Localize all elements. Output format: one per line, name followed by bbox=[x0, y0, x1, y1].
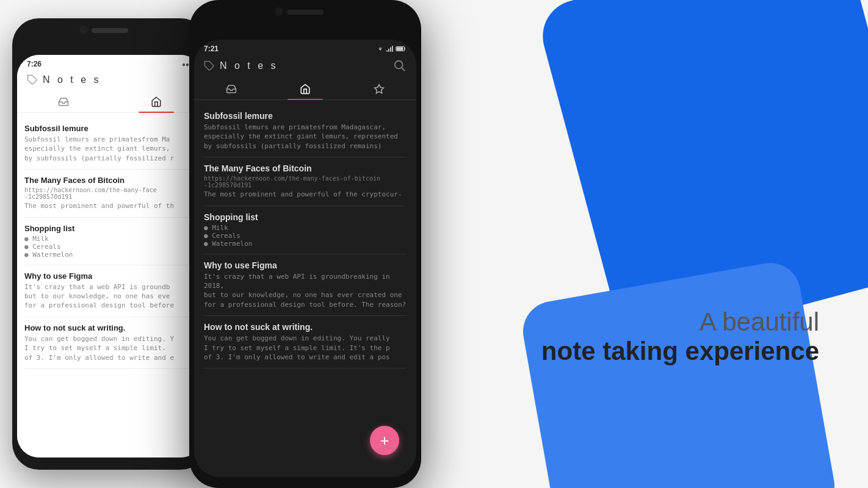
note-item-3-back[interactable]: Shopping list ● Milk ● Cereals ● Waterme… bbox=[24, 218, 195, 265]
search-icon-front[interactable] bbox=[393, 59, 407, 73]
note-item-5-front[interactable]: How to not suck at writing. You can get … bbox=[204, 316, 407, 368]
svg-rect-2 bbox=[388, 49, 389, 52]
star-icon-front bbox=[374, 84, 385, 95]
tab-home-back[interactable] bbox=[139, 93, 174, 112]
status-bar-front: 7:21 bbox=[194, 40, 416, 56]
note-title-5-back: How to not suck at writing. bbox=[24, 323, 195, 332]
tab-inbox-back[interactable] bbox=[46, 93, 81, 112]
inbox-icon-back bbox=[58, 96, 69, 107]
signal-icon bbox=[386, 46, 394, 52]
note-title-5-front: How to not suck at writing. bbox=[204, 322, 407, 332]
phone-front: 7:21 bbox=[189, 0, 421, 488]
phone-back-screen: 7:26 ●●● N o t e s bbox=[17, 55, 203, 458]
note-bullet-3-3-front: ● Watermelon bbox=[204, 240, 407, 248]
fab-button[interactable]: + bbox=[370, 426, 399, 455]
note-url-2-front: https://hackernoon.com/the-many-faces-of… bbox=[204, 175, 407, 188]
app-title-front: N o t e s bbox=[220, 60, 278, 71]
app-title-area-back: N o t e s bbox=[27, 74, 101, 85]
phone-back-speaker bbox=[92, 28, 128, 33]
note-item-1-front[interactable]: Subfossil lemure Subfossil lemurs are pr… bbox=[204, 105, 407, 157]
note-bullet-3-2-front: ● Cereals bbox=[204, 232, 407, 240]
note-preview-1-back: Subfossil lemurs are primatesfrom Maespe… bbox=[24, 135, 195, 163]
inbox-icon-front bbox=[226, 84, 237, 95]
note-title-3-front: Shopping list bbox=[204, 212, 407, 222]
note-item-2-back[interactable]: The Many Faces of Bitcoin https://hacker… bbox=[24, 170, 195, 217]
svg-point-8 bbox=[395, 61, 403, 69]
note-item-4-front[interactable]: Why to use Figma It's crazy that a web A… bbox=[204, 254, 407, 317]
note-preview-1-front: Subfossil lemurs are primatesfrom Madaga… bbox=[204, 123, 407, 151]
notes-list-front: Subfossil lemure Subfossil lemurs are pr… bbox=[194, 105, 416, 368]
tab-home-front[interactable] bbox=[288, 80, 323, 99]
tag-icon-back bbox=[27, 74, 38, 85]
tagline-line2: note taking experience bbox=[541, 337, 819, 366]
home-icon-back bbox=[151, 96, 162, 107]
tagline-line1: A beautiful bbox=[541, 307, 819, 337]
svg-rect-6 bbox=[396, 47, 403, 51]
status-time-front: 7:21 bbox=[204, 45, 219, 53]
tag-icon-front bbox=[204, 60, 215, 71]
note-preview-5-back: You can get bogged down in editing. YI t… bbox=[24, 334, 195, 362]
phone-back: 7:26 ●●● N o t e s bbox=[12, 18, 208, 470]
note-preview-2-front: The most prominent and powerful of the c… bbox=[204, 190, 407, 199]
svg-marker-10 bbox=[375, 85, 384, 93]
app-header-back: N o t e s bbox=[17, 71, 203, 90]
svg-rect-3 bbox=[390, 48, 391, 52]
note-preview-2-back: The most prominent and powerful of th bbox=[24, 201, 195, 210]
note-bullet-3-1-back: ● Milk bbox=[24, 235, 195, 243]
home-icon-front bbox=[300, 84, 311, 95]
battery-icon bbox=[396, 46, 407, 52]
phone-back-camera bbox=[79, 26, 88, 34]
svg-line-9 bbox=[402, 68, 405, 71]
app-header-front: N o t e s bbox=[194, 56, 416, 77]
note-item-1-back[interactable]: Subfossil lemure Subfossil lemurs are pr… bbox=[24, 118, 195, 170]
note-title-4-front: Why to use Figma bbox=[204, 260, 407, 270]
bg-shape-bottom bbox=[518, 258, 839, 488]
note-bullet-3-3-back: ● Watermelon bbox=[24, 251, 195, 259]
app-title-area-front: N o t e s bbox=[204, 60, 278, 71]
note-title-2-back: The Many Faces of Bitcoin bbox=[24, 176, 195, 185]
note-item-3-front[interactable]: Shopping list ● Milk ● Cereals ● Waterme… bbox=[204, 206, 407, 254]
note-bullet-3-1-front: ● Milk bbox=[204, 224, 407, 232]
note-item-2-front[interactable]: The Many Faces of Bitcoin https://hacker… bbox=[204, 157, 407, 206]
phone-front-speaker bbox=[287, 10, 324, 15]
note-preview-4-back: It's crazy that a web API is groundbbut … bbox=[24, 282, 195, 310]
notes-list-back: Subfossil lemure Subfossil lemurs are pr… bbox=[17, 118, 203, 369]
tab-star-front[interactable] bbox=[361, 80, 397, 99]
note-url-2-back: https://hackernoon.com/the-many-face-1c2… bbox=[24, 187, 195, 200]
note-bullet-3-2-back: ● Cereals bbox=[24, 243, 195, 251]
phone-front-camera bbox=[275, 7, 283, 16]
status-icons-front bbox=[376, 46, 407, 52]
tabs-front bbox=[194, 77, 416, 100]
tagline: A beautiful note taking experience bbox=[541, 307, 819, 366]
svg-rect-1 bbox=[386, 50, 388, 51]
wifi-icon bbox=[376, 46, 385, 52]
note-title-2-front: The Many Faces of Bitcoin bbox=[204, 163, 407, 173]
fab-icon: + bbox=[380, 432, 389, 448]
note-title-1-front: Subfossil lemure bbox=[204, 111, 407, 121]
tab-inbox-front[interactable] bbox=[214, 80, 249, 99]
note-preview-4-front: It's crazy that a web API is groundbreak… bbox=[204, 272, 407, 310]
tabs-back bbox=[17, 90, 203, 113]
app-title-back: N o t e s bbox=[43, 74, 101, 85]
note-item-4-back[interactable]: Why to use Figma It's crazy that a web A… bbox=[24, 265, 195, 317]
phone-front-screen: 7:21 bbox=[194, 40, 416, 477]
note-preview-5-front: You can get bogged down in editing. You … bbox=[204, 334, 407, 362]
note-title-4-back: Why to use Figma bbox=[24, 271, 195, 281]
note-title-3-back: Shopping list bbox=[24, 224, 195, 233]
note-item-5-back[interactable]: How to not suck at writing. You can get … bbox=[24, 317, 195, 369]
status-bar-back: 7:26 ●●● bbox=[17, 55, 203, 71]
svg-rect-4 bbox=[392, 46, 393, 52]
note-title-1-back: Subfossil lemure bbox=[24, 124, 195, 133]
status-time-back: 7:26 bbox=[27, 60, 42, 68]
